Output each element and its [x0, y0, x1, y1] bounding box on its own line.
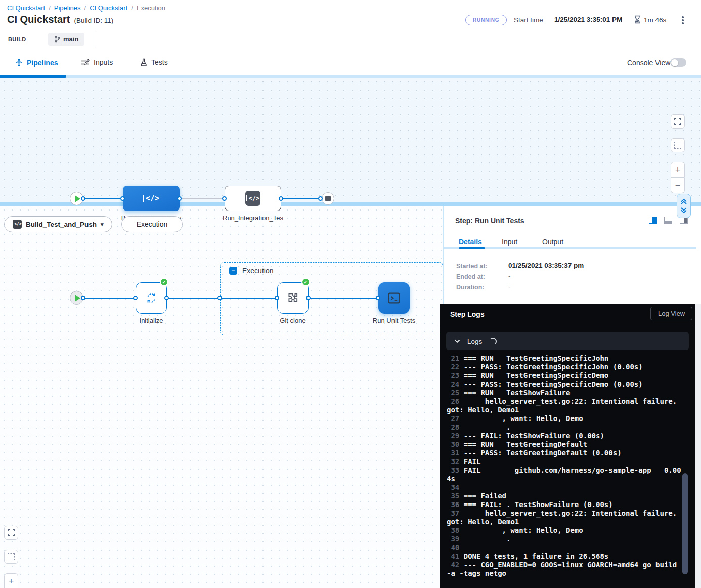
- tab-pipelines[interactable]: Pipelines: [15, 58, 58, 67]
- step-details-panel: Step: Run Unit Tests Details Input Outpu…: [443, 206, 701, 304]
- execution-view-button[interactable]: Execution: [121, 216, 183, 232]
- breadcrumb-current: Execution: [137, 4, 165, 12]
- log-line: 35 === Failed: [447, 492, 682, 500]
- breadcrumb-link[interactable]: CI Quickstart: [7, 4, 45, 12]
- status-badge: RUNNING: [465, 15, 507, 25]
- success-check-icon: ✓: [301, 278, 310, 286]
- log-line: 32 FAIL: [447, 457, 682, 466]
- log-line: 23 === RUN TestGreetingSpecificDemo: [447, 371, 682, 380]
- port: [177, 196, 182, 201]
- chevrons-down-icon: [680, 207, 687, 214]
- fullscreen-button[interactable]: [4, 526, 18, 540]
- terminal-icon: [386, 290, 402, 306]
- stage-node-run-integration-tests[interactable]: </>: [225, 186, 281, 211]
- layout-right-panel-icon[interactable]: [649, 217, 657, 224]
- stage-selector-dropdown[interactable]: </> Build_Test_and_Push ▾: [4, 216, 112, 232]
- zoom-in-button[interactable]: +: [671, 162, 685, 178]
- execution-view-label: Execution: [137, 220, 167, 228]
- panel-expand-collapse-button[interactable]: [677, 194, 691, 218]
- tab-output[interactable]: Output: [542, 238, 563, 246]
- branch-name: main: [63, 35, 78, 43]
- collapse-group-button[interactable]: −: [229, 267, 237, 275]
- port: [376, 296, 380, 300]
- fullscreen-icon: [8, 529, 15, 536]
- page-title-row: CI Quickstart (Build ID: 11): [7, 14, 113, 25]
- marquee-icon: [674, 142, 681, 149]
- git-branch-icon: [54, 36, 60, 43]
- ended-at-value: -: [508, 272, 511, 280]
- execution-group-header: − Execution: [229, 267, 273, 275]
- breadcrumb-link[interactable]: CI Quickstart: [90, 4, 127, 12]
- port: [318, 196, 323, 201]
- page-scrollbar-gutter[interactable]: [695, 304, 701, 588]
- more-options-button[interactable]: [680, 14, 686, 26]
- inputs-icon: [81, 59, 90, 66]
- port: [222, 196, 227, 201]
- code-stage-icon: </>: [143, 195, 159, 202]
- code-stage-icon: </>: [13, 220, 22, 229]
- log-scrollbar-thumb[interactable]: [682, 473, 688, 574]
- console-view-toggle[interactable]: [670, 58, 686, 67]
- log-line: 38 , want: Hello, Demo: [447, 526, 682, 535]
- step-node-label: Run Unit Tests: [364, 317, 424, 324]
- pipeline-canvas: </> Build_Test_and_Pus </> Run_Integrati…: [0, 78, 701, 202]
- log-line: 26 hello_server_test.go:22: Intentional …: [447, 397, 682, 414]
- duration-label: Duration:: [456, 284, 485, 291]
- section-divider[interactable]: [0, 202, 701, 206]
- stage-node-build-test-and-push[interactable]: </>: [123, 186, 180, 211]
- tab-tests[interactable]: Tests: [140, 58, 168, 66]
- log-line: 41 DONE 4 tests, 1 failure in 26.568s: [447, 552, 682, 561]
- log-line: 39 .: [447, 535, 682, 543]
- log-line: 40: [447, 543, 682, 552]
- loading-spinner-icon: [489, 338, 497, 345]
- log-line: 22 --- PASS: TestGreetingSpecificJohn (0…: [447, 363, 682, 371]
- branch-chip[interactable]: main: [48, 33, 84, 46]
- nav-tabs-row: Pipelines Inputs Tests Console View: [0, 51, 701, 75]
- step-logs-title: Step Logs: [450, 310, 485, 318]
- tab-details[interactable]: Details: [459, 238, 482, 246]
- breadcrumb: CI Quickstart/Pipelines/CI Quickstart/Ex…: [7, 3, 165, 12]
- tab-input[interactable]: Input: [502, 238, 517, 246]
- minus-icon: −: [675, 181, 681, 190]
- panel-tab-underline-active: [459, 247, 485, 249]
- zoom-in-button[interactable]: +: [4, 573, 18, 588]
- chevron-down-icon: ▾: [101, 221, 104, 228]
- step-node-initialize[interactable]: [136, 282, 167, 314]
- breadcrumb-separator: /: [131, 4, 133, 12]
- logs-header-divider: [440, 326, 695, 326]
- logs-section-header[interactable]: Logs: [446, 332, 689, 350]
- ended-at-label: Ended at:: [456, 273, 485, 280]
- chevrons-up-icon: [680, 198, 687, 205]
- started-at-label: Started at:: [456, 263, 488, 270]
- marquee-icon: [8, 553, 15, 560]
- app-window: CI Quickstart/Pipelines/CI Quickstart/Ex…: [0, 0, 701, 588]
- log-lines: 21 === RUN TestGreetingSpecificJohn 22 -…: [447, 354, 682, 578]
- log-line: 34: [447, 483, 682, 492]
- build-type-label: BUILD: [8, 36, 26, 43]
- marquee-select-button[interactable]: [4, 550, 18, 564]
- log-line: 42 --- CGO_ENABLED=0 GOOS=linux GOARCH=a…: [447, 561, 682, 578]
- step-node-git-clone[interactable]: [277, 282, 309, 314]
- panel-tab-underline-track: [444, 247, 696, 249]
- duration-value: -: [508, 283, 511, 290]
- fullscreen-button[interactable]: [671, 114, 685, 129]
- console-view-label: Console View: [627, 59, 670, 67]
- sync-icon: [145, 291, 158, 305]
- step-panel-title: Step: Run Unit Tests: [455, 217, 524, 225]
- layout-bottom-panel-icon[interactable]: [664, 217, 672, 224]
- log-view-button[interactable]: Log View: [650, 307, 692, 320]
- fullscreen-icon: [674, 118, 681, 125]
- marquee-select-button[interactable]: [671, 138, 685, 152]
- stage-node-label: Run_Integration_Tes: [220, 214, 286, 222]
- execution-group-label: Execution: [242, 267, 273, 275]
- breadcrumb-separator: /: [84, 4, 86, 12]
- success-check-icon: ✓: [160, 278, 168, 286]
- plus-icon: +: [675, 165, 681, 175]
- zoom-out-button[interactable]: −: [671, 178, 685, 193]
- port: [81, 196, 85, 201]
- breadcrumb-link[interactable]: Pipelines: [54, 4, 81, 12]
- log-line: 37 hello_server_test.go:22: Intentional …: [447, 509, 682, 526]
- step-node-run-unit-tests[interactable]: [378, 282, 410, 314]
- log-line: 25 === RUN TestShowFailure: [447, 389, 682, 397]
- tab-inputs[interactable]: Inputs: [81, 58, 113, 66]
